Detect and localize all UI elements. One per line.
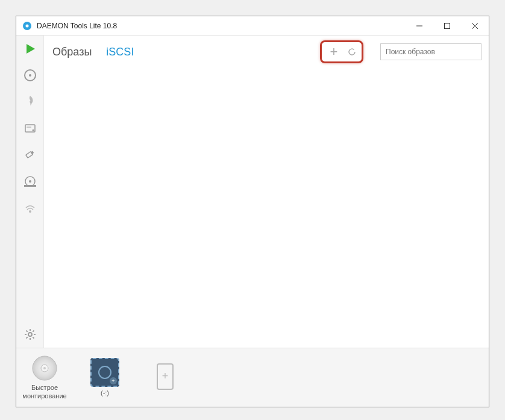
bottom-panel: Быстрое монтирование + (-:) + (16, 348, 489, 407)
minimize-button[interactable] (406, 16, 433, 36)
search-input[interactable] (380, 43, 481, 60)
svg-point-17 (29, 210, 31, 213)
app-icon (22, 21, 32, 31)
sidebar-disc[interactable] (16, 62, 44, 89)
svg-rect-16 (24, 185, 36, 187)
tab-images[interactable]: Образы (51, 43, 93, 61)
svg-point-10 (32, 130, 34, 131)
add-device-button[interactable]: + (140, 362, 190, 393)
phone-add-icon: + (151, 362, 180, 391)
refresh-button[interactable] (346, 43, 358, 60)
tab-iscsi[interactable]: iSCSI (105, 43, 135, 61)
plus-icon: + (330, 44, 338, 60)
svg-point-29 (43, 367, 46, 369)
close-button[interactable] (461, 16, 489, 36)
sidebar-burn[interactable] (16, 89, 44, 115)
top-bar: Образы iSCSI + (44, 36, 489, 68)
svg-line-26 (33, 331, 34, 332)
svg-line-24 (33, 337, 34, 338)
svg-rect-3 (445, 23, 450, 28)
app-window: DAEMON Tools Lite 10.8 (16, 16, 489, 407)
svg-point-8 (29, 74, 31, 77)
quick-mount-label: Быстрое монтирование (20, 384, 69, 400)
main-area: Образы iSCSI + (44, 36, 489, 348)
svg-marker-6 (27, 44, 35, 54)
sidebar-settings[interactable] (16, 321, 44, 348)
svg-line-23 (26, 331, 27, 332)
svg-point-1 (26, 24, 29, 27)
virtual-drive-button[interactable]: + (-:) (80, 358, 130, 397)
maximize-button[interactable] (433, 16, 461, 36)
svg-line-25 (26, 337, 27, 338)
window-controls (406, 16, 489, 36)
sidebar-mount[interactable] (16, 36, 44, 62)
titlebar: DAEMON Tools Lite 10.8 (16, 16, 489, 36)
sidebar-image-editor[interactable] (16, 168, 44, 195)
image-list-area (44, 68, 489, 348)
sidebar-usb[interactable] (16, 142, 44, 168)
add-image-highlight: + (320, 40, 363, 63)
sidebar (16, 36, 44, 348)
svg-point-18 (28, 333, 32, 336)
add-image-button[interactable]: + (325, 43, 342, 60)
sidebar-network[interactable] (16, 195, 44, 221)
disc-icon (31, 355, 58, 381)
window-title: DAEMON Tools Lite 10.8 (37, 22, 117, 30)
virtual-drive-label: (-:) (101, 389, 109, 397)
sidebar-drive[interactable] (16, 115, 44, 142)
drive-add-icon: + (90, 358, 119, 387)
quick-mount-button[interactable]: Быстрое монтирование (20, 355, 69, 400)
svg-point-15 (29, 180, 31, 183)
content-row: Образы iSCSI + (16, 36, 489, 348)
